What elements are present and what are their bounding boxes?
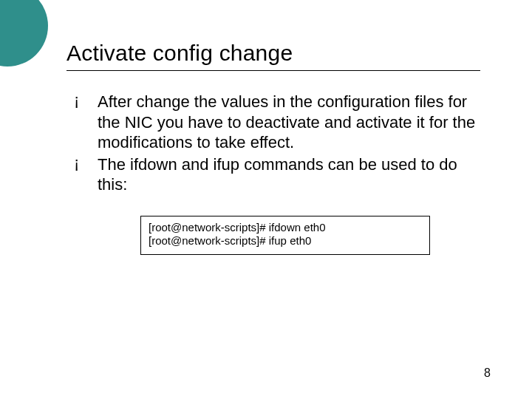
page-number: 8 bbox=[484, 366, 491, 380]
slide-content: Activate config change After change the … bbox=[0, 0, 532, 255]
title-divider bbox=[66, 70, 480, 71]
code-line: [root@network-scripts]# ifdown eth0 bbox=[149, 221, 422, 235]
list-item: After change the values in the configura… bbox=[72, 92, 480, 153]
slide-title: Activate config change bbox=[66, 41, 480, 66]
list-item: The ifdown and ifup commands can be used… bbox=[72, 154, 480, 195]
code-line: [root@network-scripts]# ifup eth0 bbox=[149, 234, 422, 248]
code-block: [root@network-scripts]# ifdown eth0 [roo… bbox=[140, 216, 430, 256]
bullet-list: After change the values in the configura… bbox=[66, 92, 480, 195]
